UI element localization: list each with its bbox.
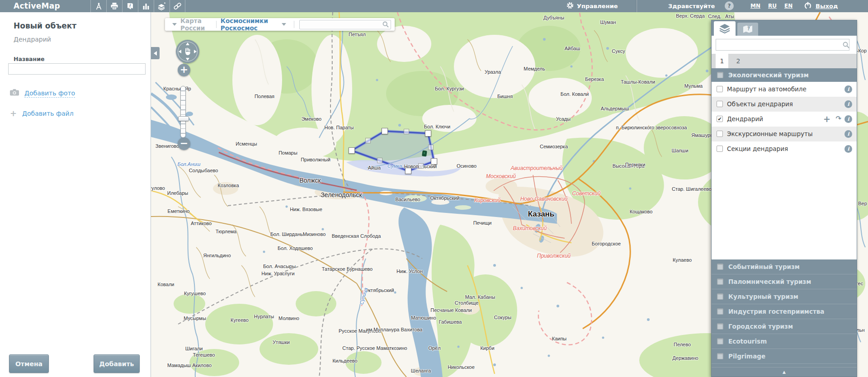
guide-icon[interactable]: i (122, 0, 138, 12)
layer-label: Экскурсионные маршруты (727, 130, 813, 137)
tab-layers[interactable] (714, 21, 736, 36)
polygon-midpoint-handle[interactable] (365, 138, 371, 143)
layer-group-collapsed[interactable]: Паломнический туризм (712, 274, 857, 289)
add-photo-button[interactable]: Добавить фото (10, 89, 75, 98)
logout-button[interactable]: Выход (804, 0, 838, 12)
layer-group-collapsed[interactable]: Pilgrimage (712, 349, 857, 364)
name-input[interactable] (8, 63, 146, 75)
info-icon[interactable]: i (844, 130, 852, 138)
group-checkbox[interactable] (717, 72, 723, 78)
info-icon[interactable]: i (844, 145, 852, 153)
legend-icon: ? (742, 25, 753, 34)
layer-checkbox[interactable] (717, 86, 723, 92)
polygon-vertex-handle[interactable] (349, 147, 355, 154)
app-logo[interactable]: ActiveMap (14, 1, 60, 10)
layer-row[interactable]: Секции дендрарияi (712, 141, 857, 156)
share-icon[interactable] (170, 0, 185, 12)
polygon-midpoint-handle[interactable] (404, 129, 409, 134)
pan-control[interactable] (176, 40, 199, 63)
group-checkbox[interactable] (717, 293, 723, 300)
page-tab-2[interactable]: 2 (733, 54, 743, 68)
layer-row[interactable]: Экскурсионные маршрутыi (712, 127, 857, 141)
layer-checkbox[interactable] (717, 146, 723, 152)
dendrarium-marker (422, 150, 427, 156)
new-object-panel: Новый объект Дендрарий Название Добавить… (0, 12, 151, 377)
zoom-slider[interactable] (180, 86, 186, 138)
zoom-slider-handle[interactable] (178, 116, 189, 121)
layer-label: Маршрут на автомобиле (727, 85, 807, 93)
zoom-in-button[interactable]: + (178, 64, 190, 76)
polygon-vertex-handle[interactable] (431, 158, 437, 165)
chevron-down-icon[interactable] (172, 23, 177, 26)
help-button[interactable]: ? (725, 1, 734, 10)
info-icon[interactable]: i (844, 85, 852, 93)
lang-link-ru[interactable]: RU (768, 3, 777, 9)
layer-checkbox[interactable] (717, 101, 723, 107)
lang-link-en[interactable]: EN (784, 3, 793, 9)
submit-button[interactable]: Добавить (94, 354, 140, 373)
collapse-left-panel-button[interactable] (151, 47, 160, 59)
layer-checkbox[interactable]: ✔ (717, 116, 723, 122)
search-icon[interactable] (382, 21, 389, 28)
layer-group-collapsed[interactable]: Индустрия гостеприимства (712, 304, 857, 319)
lang-link-mn[interactable]: MN (750, 3, 760, 9)
management-button[interactable]: Управление (566, 0, 618, 12)
layer-group-collapsed[interactable]: Городской туризм (712, 319, 857, 334)
add-file-label: Добавить файл (22, 110, 74, 117)
layer-group-collapsed[interactable]: Культурный туризм (712, 289, 857, 304)
tab-legend[interactable]: ? (737, 23, 758, 36)
layer-row[interactable]: ✔Дендрарий+↷i (712, 112, 857, 127)
cancel-button[interactable]: Отмена (9, 354, 49, 373)
layer-row[interactable]: Маршрут на автомобилеi (712, 82, 857, 97)
add-layers-icon[interactable] (154, 0, 170, 12)
gear-icon (566, 2, 574, 10)
panel-collapse-footer[interactable]: ▲ (712, 367, 857, 377)
layer-checkbox[interactable] (717, 131, 723, 137)
search-icon[interactable] (843, 42, 849, 48)
map-search-input[interactable] (299, 20, 391, 29)
chevron-down-icon[interactable] (282, 23, 286, 26)
layer-row[interactable]: Объекты дендрарияi (712, 97, 857, 112)
curve-arrow-icon[interactable]: ↷ (835, 114, 841, 123)
polygon-midpoint-handle[interactable] (377, 158, 382, 163)
polygon-vertex-handle[interactable] (405, 168, 411, 174)
layers-search-area (712, 36, 857, 54)
group-checkbox[interactable] (717, 278, 723, 285)
layer-group-collapsed[interactable]: Событийный туризм (712, 259, 857, 274)
stats-icon[interactable] (138, 0, 154, 12)
group-checkbox[interactable] (717, 323, 723, 330)
info-icon[interactable]: i (844, 115, 852, 123)
add-object-icon[interactable]: + (823, 114, 830, 124)
layers-panel: ? 1 2 Экологический туризм Маршрут на ав… (711, 20, 857, 377)
layer-group-collapsed[interactable]: Ecotourism (712, 334, 857, 349)
group-checkbox[interactable] (717, 353, 723, 359)
pan-right-icon[interactable] (194, 50, 197, 53)
svg-text:?: ? (747, 26, 750, 31)
basemap-option-russia[interactable]: Карта России (180, 17, 212, 32)
polygon-midpoint-handle[interactable] (418, 163, 424, 169)
layer-label: Объекты дендрария (727, 100, 793, 108)
zoom-out-button[interactable]: − (178, 137, 190, 150)
chevron-up-icon: ▲ (783, 370, 786, 374)
pan-left-icon[interactable] (179, 50, 181, 53)
polygon-vertex-handle[interactable] (425, 130, 431, 137)
info-icon[interactable]: i (844, 100, 852, 108)
print-icon[interactable] (106, 0, 122, 12)
pan-up-icon[interactable] (186, 42, 189, 45)
pan-down-icon[interactable] (186, 58, 189, 61)
group-label: Экологический туризм (728, 71, 809, 79)
measure-icon[interactable] (90, 0, 106, 12)
polygon-midpoint-handle[interactable] (428, 145, 434, 150)
layers-search-input[interactable] (716, 39, 849, 51)
group-label: Pilgrimage (728, 353, 765, 360)
basemap-option-roscosmos[interactable]: Космоснимки Роскосмос (221, 17, 278, 32)
group-checkbox[interactable] (717, 264, 723, 270)
group-checkbox[interactable] (717, 338, 723, 344)
power-icon (804, 1, 812, 11)
group-list: Событийный туризмПаломнический туризмКул… (712, 259, 857, 364)
group-checkbox[interactable] (717, 308, 723, 315)
polygon-vertex-handle[interactable] (382, 128, 388, 134)
layer-group-eco-tourism[interactable]: Экологический туризм (712, 68, 857, 82)
add-file-button[interactable]: + Добавить файл (10, 110, 74, 117)
page-tab-1[interactable]: 1 (716, 54, 728, 68)
